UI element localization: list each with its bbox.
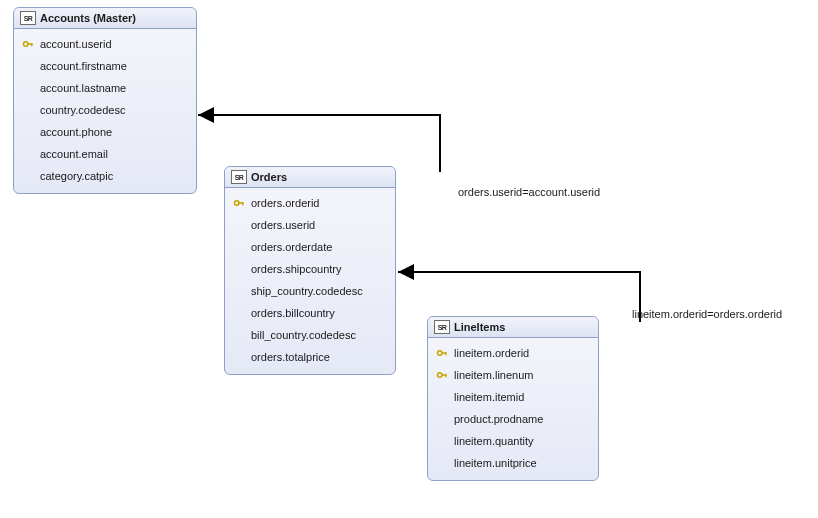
key-icon <box>233 197 245 209</box>
field-row[interactable]: lineitem.itemid <box>428 386 598 408</box>
field-label: lineitem.quantity <box>450 435 534 447</box>
entity-accounts[interactable]: SR Accounts (Master) account.userid acco… <box>13 7 197 194</box>
field-row[interactable]: account.phone <box>14 121 196 143</box>
entity-accounts-header[interactable]: SR Accounts (Master) <box>14 8 196 29</box>
field-label: orders.shipcountry <box>247 263 342 275</box>
field-row[interactable]: ship_country.codedesc <box>225 280 395 302</box>
field-row[interactable]: orders.shipcountry <box>225 258 395 280</box>
field-row[interactable]: product.prodname <box>428 408 598 430</box>
field-label: bill_country.codedesc <box>247 329 356 341</box>
sr-icon: SR <box>20 11 36 25</box>
rel-orders-accounts-line <box>198 115 440 172</box>
field-label: lineitem.orderid <box>450 347 529 359</box>
field-row[interactable]: account.firstname <box>14 55 196 77</box>
field-row[interactable]: lineitem.quantity <box>428 430 598 452</box>
field-row[interactable]: orders.orderid <box>225 192 395 214</box>
sr-icon: SR <box>434 320 450 334</box>
rel-lineitems-orders-label: lineitem.orderid=orders.orderid <box>632 308 782 320</box>
entity-orders-title: Orders <box>251 171 287 183</box>
field-label: account.userid <box>36 38 112 50</box>
field-label: lineitem.linenum <box>450 369 533 381</box>
entity-lineitems-header[interactable]: SR LineItems <box>428 317 598 338</box>
field-label: account.phone <box>36 126 112 138</box>
field-label: account.firstname <box>36 60 127 72</box>
entity-lineitems[interactable]: SR LineItems lineitem.orderid lineitem.l… <box>427 316 599 481</box>
entity-lineitems-title: LineItems <box>454 321 505 333</box>
field-row[interactable]: bill_country.codedesc <box>225 324 395 346</box>
field-label: country.codedesc <box>36 104 125 116</box>
field-row[interactable]: country.codedesc <box>14 99 196 121</box>
field-row[interactable]: lineitem.orderid <box>428 342 598 364</box>
field-row[interactable]: orders.userid <box>225 214 395 236</box>
field-row[interactable]: category.catpic <box>14 165 196 187</box>
entity-accounts-title: Accounts (Master) <box>40 12 136 24</box>
svg-rect-5 <box>242 202 244 205</box>
entity-orders[interactable]: SR Orders orders.orderid orders.userid o… <box>224 166 396 375</box>
field-label: orders.billcountry <box>247 307 335 319</box>
entity-orders-header[interactable]: SR Orders <box>225 167 395 188</box>
field-label: orders.orderid <box>247 197 319 209</box>
field-row[interactable]: account.lastname <box>14 77 196 99</box>
field-label: orders.userid <box>247 219 315 231</box>
entity-lineitems-body: lineitem.orderid lineitem.linenum lineit… <box>428 338 598 480</box>
field-row[interactable]: orders.orderdate <box>225 236 395 258</box>
field-label: product.prodname <box>450 413 543 425</box>
key-icon <box>436 347 448 359</box>
field-label: category.catpic <box>36 170 113 182</box>
field-row[interactable]: account.email <box>14 143 196 165</box>
sr-icon: SR <box>231 170 247 184</box>
rel-lineitems-orders-line <box>398 272 640 322</box>
field-row[interactable]: orders.billcountry <box>225 302 395 324</box>
entity-orders-body: orders.orderid orders.userid orders.orde… <box>225 188 395 374</box>
field-row[interactable]: lineitem.unitprice <box>428 452 598 474</box>
key-icon <box>22 38 34 50</box>
field-row[interactable]: orders.totalprice <box>225 346 395 368</box>
field-label: orders.orderdate <box>247 241 332 253</box>
rel-orders-accounts-label: orders.userid=account.userid <box>458 186 600 198</box>
field-row[interactable]: account.userid <box>14 33 196 55</box>
entity-accounts-body: account.userid account.firstname account… <box>14 29 196 193</box>
field-label: account.lastname <box>36 82 126 94</box>
key-icon <box>436 369 448 381</box>
field-label: orders.totalprice <box>247 351 330 363</box>
svg-rect-2 <box>31 43 33 46</box>
diagram-canvas: SR Accounts (Master) account.userid acco… <box>0 0 818 518</box>
field-label: lineitem.unitprice <box>450 457 537 469</box>
svg-rect-11 <box>445 374 447 377</box>
field-label: lineitem.itemid <box>450 391 524 403</box>
svg-rect-8 <box>445 352 447 355</box>
field-row[interactable]: lineitem.linenum <box>428 364 598 386</box>
field-label: account.email <box>36 148 108 160</box>
field-label: ship_country.codedesc <box>247 285 363 297</box>
